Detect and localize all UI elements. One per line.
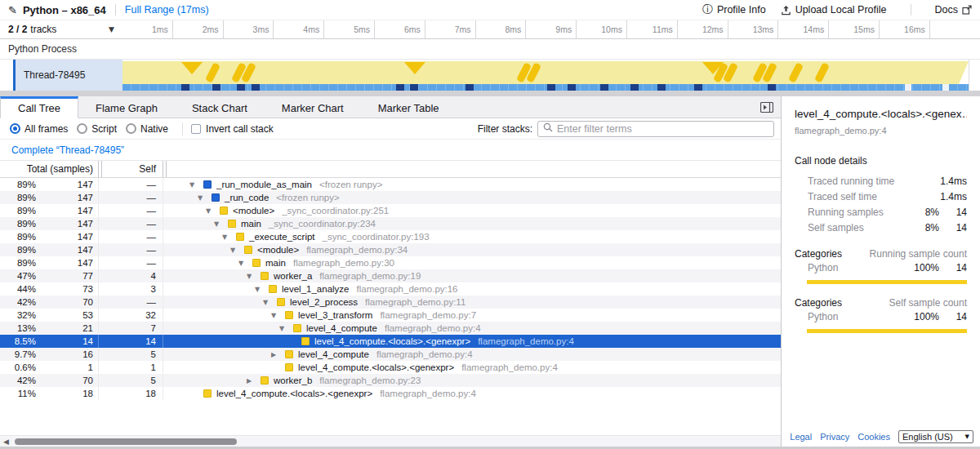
expand-arrow-icon[interactable]: ▼ — [263, 299, 277, 306]
expand-arrow-icon[interactable]: ▼ — [271, 312, 285, 319]
detail-row: Traced running time1.4ms — [795, 173, 967, 189]
breadcrumb-root-link[interactable]: Complete “Thread-78495” — [11, 144, 124, 156]
expand-arrow-icon[interactable]: ▼ — [222, 233, 236, 241]
ruler-tick: 6ms — [375, 20, 425, 38]
tab-stack-chart[interactable]: Stack Chart — [175, 96, 265, 118]
total-percent-cell: 8.5% — [0, 336, 41, 346]
tab-marker-table[interactable]: Marker Table — [361, 96, 457, 118]
invert-call-stack-checkbox[interactable]: Invert call stack — [191, 123, 274, 135]
radio-all-frames[interactable]: All frames — [10, 123, 68, 135]
footer-link-cookies[interactable]: Cookies — [858, 432, 890, 442]
thread-activity-graph[interactable] — [122, 60, 980, 91]
table-row[interactable]: 89%147—▼<module>flamegraph_demo.py:34 — [0, 243, 781, 256]
activity-marker — [814, 62, 830, 82]
table-row[interactable]: 89%147—▼mainflamegraph_demo.py:30 — [0, 256, 781, 269]
external-link-icon — [962, 5, 972, 15]
tab-flame-graph[interactable]: Flame Graph — [78, 96, 175, 118]
table-row[interactable]: 89%147—▼_run_code<frozen runpy> — [0, 191, 781, 204]
table-row[interactable]: 89%147—▼_run_module_as_main<frozen runpy… — [0, 178, 781, 191]
docs-link[interactable]: Docs — [935, 4, 972, 16]
expand-arrow-icon[interactable]: ▼ — [255, 286, 269, 293]
scrollbar-thumb[interactable] — [15, 438, 237, 445]
expand-arrow-icon[interactable]: ▼ — [230, 247, 244, 254]
category-percent: 100% — [906, 262, 939, 273]
table-row[interactable]: 89%147—▼main_sync_coordinator.py:234 — [0, 217, 781, 230]
thread-track[interactable]: Thread-78495 — [0, 60, 980, 91]
tab-call-tree[interactable]: Call Tree — [0, 96, 78, 118]
profile-info-button[interactable]: ⓘ Profile Info — [702, 2, 766, 17]
total-percent-cell: 89% — [0, 180, 41, 189]
table-row[interactable]: 44%733▼level_1_analyzeflamegraph_demo.py… — [0, 282, 781, 296]
category-color-icon — [261, 272, 269, 280]
source-location: _sync_coordinator.py:251 — [282, 206, 389, 216]
tree-cell: ▼level_3_transformflamegraph_demo.py:7 — [185, 310, 781, 320]
language-select[interactable]: English (US) ▼ — [898, 430, 973, 443]
table-row[interactable]: 47%774▼worker_aflamegraph_demo.py:19 — [0, 269, 781, 282]
horizontal-scrollbar[interactable]: ◀ — [0, 435, 781, 447]
footer-link-legal[interactable]: Legal — [790, 432, 812, 442]
self-samples-cell: — — [102, 258, 163, 268]
footer-close-link[interactable]: X — [781, 432, 782, 442]
collapsed-arrow-icon[interactable]: ▶ — [271, 351, 285, 358]
self-samples-cell: — — [102, 245, 163, 255]
categories-metric: Self sample count — [889, 297, 967, 309]
table-row[interactable]: 42%705▶worker_bflamegraph_demo.py:23 — [0, 374, 781, 387]
detail-count: 14 — [939, 222, 967, 233]
expand-arrow-icon[interactable]: ▼ — [238, 260, 252, 267]
expand-arrow-icon[interactable]: ▼ — [247, 273, 261, 280]
edit-pencil-icon[interactable]: ✎ — [8, 4, 17, 16]
filter-stacks-input[interactable] — [557, 123, 768, 135]
total-percent-cell: 89% — [0, 245, 41, 255]
sample-gap — [905, 84, 911, 91]
footer-link-privacy[interactable]: Privacy — [820, 432, 849, 442]
source-location: <frozen runpy> — [319, 180, 382, 189]
track-gutter — [0, 60, 13, 91]
column-resizer[interactable] — [163, 161, 167, 177]
category-color-icon — [203, 389, 212, 398]
tab-marker-chart[interactable]: Marker Chart — [265, 96, 361, 118]
sample-strip — [122, 84, 969, 91]
radio-script[interactable]: Script — [77, 123, 117, 135]
sample-dark-segment — [568, 84, 576, 91]
ruler-ticks: 1ms2ms3ms4ms5ms6ms7ms8ms9ms10ms11ms12ms1… — [122, 20, 980, 38]
table-row[interactable]: 8.5%1414level_4_compute.<locals>.<genexp… — [0, 335, 781, 348]
total-percent-cell: 42% — [0, 376, 41, 385]
ruler-tick: 9ms — [526, 20, 577, 38]
sample-dark-segment — [212, 84, 220, 91]
table-row[interactable]: 32%5332▼level_3_transformflamegraph_demo… — [0, 309, 781, 322]
expand-arrow-icon[interactable]: ▼ — [214, 220, 228, 228]
upload-profile-button[interactable]: Upload Local Profile — [781, 4, 887, 16]
categories-header: CategoriesRunning sample count — [795, 248, 967, 260]
expand-arrow-icon[interactable]: ▼ — [198, 194, 212, 202]
collapsed-arrow-icon[interactable]: ▶ — [247, 377, 261, 385]
scroll-left-icon[interactable]: ◀ — [3, 438, 9, 446]
table-row[interactable]: 89%147—▼_execute_script_sync_coordinator… — [0, 230, 781, 243]
full-range-link[interactable]: Full Range (17ms) — [125, 4, 209, 16]
thread-track-label[interactable]: Thread-78495 — [16, 60, 122, 91]
table-row[interactable]: 42%70—▼level_2_processflamegraph_demo.py… — [0, 296, 781, 309]
function-name: <module> — [233, 206, 274, 216]
category-color-icon — [269, 285, 277, 293]
table-row[interactable]: 0.6%11level_4_compute.<locals>.<genexpr>… — [0, 361, 781, 374]
tree-cell: ▼mainflamegraph_demo.py:30 — [185, 258, 781, 268]
tracks-dropdown[interactable]: 2 / 2 tracks ▼ — [0, 20, 122, 38]
total-samples-cell: 147 — [41, 245, 98, 255]
table-row[interactable]: 9.7%165▶level_4_computeflamegraph_demo.p… — [0, 348, 781, 361]
sample-dark-segment — [237, 84, 245, 91]
total-percent-cell: 89% — [0, 206, 41, 216]
radio-native[interactable]: Native — [126, 123, 168, 135]
expand-arrow-icon[interactable]: ▼ — [206, 207, 220, 215]
expand-arrow-icon[interactable]: ▼ — [189, 181, 203, 189]
table-row[interactable]: 89%147—▼<module>_sync_coordinator.py:251 — [0, 204, 781, 217]
sidebar-toggle-button[interactable] — [760, 102, 773, 113]
column-header-self[interactable]: Self — [102, 163, 163, 175]
total-samples-cell: 14 — [41, 336, 98, 346]
table-row[interactable]: 13%217▼level_4_computeflamegraph_demo.py… — [0, 322, 781, 335]
column-header-total[interactable]: Total (samples) — [0, 163, 98, 175]
process-track-header[interactable]: Python Process — [0, 39, 980, 60]
table-row[interactable]: 11%1818level_4_compute.<locals>.<genexpr… — [0, 387, 781, 400]
radio-label: All frames — [24, 123, 68, 135]
ruler-tick: 13ms — [728, 20, 779, 38]
activity-band — [122, 61, 969, 84]
expand-arrow-icon[interactable]: ▼ — [279, 325, 293, 332]
